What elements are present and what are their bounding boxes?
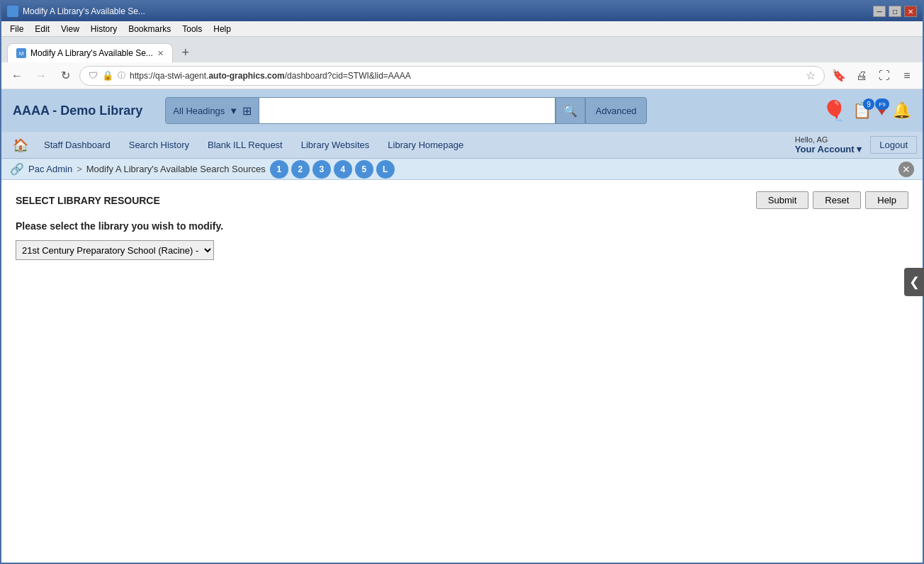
breadcrumb-pac-admin[interactable]: Pac Admin	[28, 164, 72, 174]
menu-history[interactable]: History	[85, 23, 123, 35]
back-button[interactable]: ←	[7, 66, 27, 86]
search-icon: 🔍	[563, 104, 578, 118]
search-bar-container: All Headings ▼ ⊞ 🔍 Advanced	[165, 97, 647, 124]
step-3[interactable]: 3	[312, 160, 331, 179]
shield-icon: 🛡	[89, 70, 98, 81]
stack-icon: ⊞	[242, 104, 252, 118]
info-icon: ⓘ	[118, 70, 125, 81]
tab-bar: M Modify A Library's Available Se... ✕ +	[1, 37, 923, 62]
window-title: Modify A Library's Available Se...	[23, 6, 145, 16]
instruction-text: Please select the library you wish to mo…	[16, 220, 908, 232]
heading-select-dropdown[interactable]: All Headings ▼ ⊞	[165, 97, 259, 124]
menu-view[interactable]: View	[55, 23, 85, 35]
step-4[interactable]: 4	[334, 160, 352, 179]
side-chevron-button[interactable]: ❮	[904, 268, 924, 296]
refresh-button[interactable]: ↻	[55, 66, 75, 86]
url-text: https://qa-stwi-agent.auto-graphics.com/…	[130, 71, 801, 81]
pac-admin-icon: 🔗	[10, 162, 24, 176]
account-section: Hello, AG Your Account ▾	[795, 135, 862, 154]
heading-select-label: All Headings	[173, 106, 225, 116]
bell-icon-wrap[interactable]: 🔔	[892, 101, 911, 120]
header-icons: 🎈 📋 9 ♥ F9 🔔	[822, 99, 911, 123]
tab-favicon: M	[16, 48, 26, 58]
advanced-search-button[interactable]: Advanced	[585, 97, 648, 124]
dropdown-arrow-icon: ▼	[229, 106, 238, 116]
heart-icon-wrap[interactable]: ♥ F9	[877, 101, 886, 120]
new-tab-button[interactable]: +	[176, 43, 196, 62]
tab-title: Modify A Library's Available Se...	[30, 48, 153, 58]
step-1[interactable]: 1	[270, 160, 288, 179]
search-button[interactable]: 🔍	[556, 97, 585, 124]
browser-tab-active[interactable]: M Modify A Library's Available Se... ✕	[7, 43, 173, 62]
list-badge: 9	[863, 98, 874, 110]
step-circles: 1 2 3 4 5 L	[270, 160, 395, 179]
chevron-left-icon: ❮	[909, 274, 920, 290]
reset-button[interactable]: Reset	[813, 191, 861, 209]
nav-search-history[interactable]: Search History	[120, 135, 198, 154]
main-search-input[interactable]	[259, 97, 555, 124]
hamburger-menu-button[interactable]: ≡	[897, 66, 917, 86]
url-prefix: https://qa-stwi-agent.	[130, 71, 208, 81]
step-2[interactable]: 2	[291, 160, 310, 179]
fullscreen-button[interactable]: ⛶	[874, 66, 894, 86]
pocket-button[interactable]: 🔖	[829, 66, 849, 86]
heart-badge: F9	[875, 98, 889, 110]
menu-bar: File Edit View History Bookmarks Tools H…	[1, 21, 923, 37]
nav-library-websites[interactable]: Library Websites	[293, 135, 378, 154]
url-domain: auto-graphics.com	[208, 71, 284, 81]
breadcrumb-bar: 🔗 Pac Admin > Modify A Library's Availab…	[1, 159, 923, 180]
address-bar: ← → ↻ 🛡 🔒 ⓘ https://qa-stwi-agent.auto-g…	[1, 62, 923, 89]
breadcrumb-separator: >	[77, 164, 82, 174]
menu-edit[interactable]: Edit	[29, 23, 55, 35]
main-content: SELECT LIBRARY RESOURCE Submit Reset Hel…	[1, 180, 923, 563]
breadcrumb-current: Modify A Library's Available Search Sour…	[86, 164, 266, 174]
maximize-button[interactable]: □	[889, 6, 901, 17]
lock-icon: 🔒	[102, 70, 113, 81]
nav-blank-ill-request[interactable]: Blank ILL Request	[199, 135, 291, 154]
menu-tools[interactable]: Tools	[176, 23, 208, 35]
url-suffix: /dashboard?cid=STWI&lid=AAAA	[285, 71, 411, 81]
section-title: SELECT LIBRARY RESOURCE	[16, 195, 160, 206]
app-header: AAAA - Demo Library All Headings ▼ ⊞ 🔍 A…	[1, 89, 923, 132]
minimize-button[interactable]: ─	[873, 6, 886, 17]
hello-text: Hello, AG	[795, 135, 862, 144]
balloon-icon[interactable]: 🎈	[822, 99, 847, 123]
nav-library-homepage[interactable]: Library Homepage	[379, 135, 472, 154]
list-icon-wrap[interactable]: 📋 9	[852, 101, 872, 120]
bookmark-star-button[interactable]: ☆	[806, 69, 816, 82]
nav-bar: 🏠 Staff Dashboard Search History Blank I…	[1, 132, 923, 159]
submit-button[interactable]: Submit	[756, 191, 808, 209]
forward-button[interactable]: →	[31, 66, 51, 86]
app-logo: AAAA - Demo Library	[13, 103, 142, 118]
url-bar[interactable]: 🛡 🔒 ⓘ https://qa-stwi-agent.auto-graphic…	[79, 66, 825, 86]
menu-file[interactable]: File	[4, 23, 29, 35]
title-bar: Modify A Library's Available Se... ─ □ ✕	[1, 1, 923, 21]
step-5[interactable]: 5	[355, 160, 373, 179]
home-nav-button[interactable]: 🏠	[7, 135, 34, 156]
step-l[interactable]: L	[376, 160, 395, 179]
bell-icon: 🔔	[892, 101, 911, 119]
tab-close-button[interactable]: ✕	[157, 49, 164, 58]
close-button[interactable]: ✕	[904, 6, 917, 17]
menu-help[interactable]: Help	[208, 23, 237, 35]
library-select-dropdown[interactable]: 21st Century Preparatory School (Racine)…	[16, 240, 214, 260]
menu-bookmarks[interactable]: Bookmarks	[123, 23, 176, 35]
help-button[interactable]: Help	[865, 191, 908, 209]
app-favicon	[7, 6, 18, 17]
print-button[interactable]: 🖨	[852, 66, 872, 86]
nav-staff-dashboard[interactable]: Staff Dashboard	[35, 135, 119, 154]
breadcrumb-close-button[interactable]: ✕	[898, 162, 914, 177]
logout-button[interactable]: Logout	[870, 136, 917, 154]
content-header: SELECT LIBRARY RESOURCE Submit Reset Hel…	[16, 191, 908, 209]
your-account-button[interactable]: Your Account ▾	[795, 144, 862, 154]
action-buttons: Submit Reset Help	[756, 191, 908, 209]
